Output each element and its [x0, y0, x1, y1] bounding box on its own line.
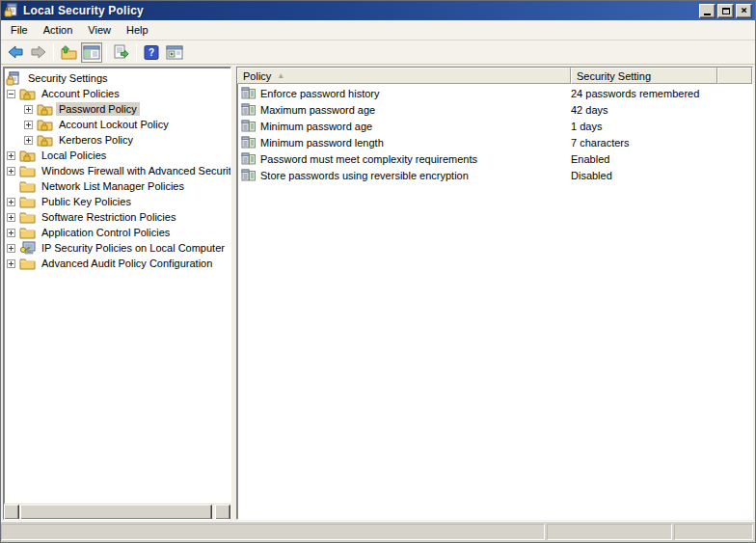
- expand-toggle[interactable]: [24, 121, 33, 129]
- tree-item-label: Advanced Audit Policy Configuration: [39, 257, 215, 270]
- tree-item-label: Password Policy: [56, 102, 140, 116]
- policy-name: Password must meet complexity requiremen…: [258, 153, 569, 165]
- expand-toggle[interactable]: [7, 198, 15, 206]
- maximize-button[interactable]: [717, 4, 734, 18]
- toolbar: ?: [1, 41, 755, 65]
- tree-item[interactable]: IP Security Policies on Local Computer: [4, 240, 230, 256]
- table-row[interactable]: Password must meet complexity requiremen…: [237, 150, 752, 167]
- policy-icon: [241, 103, 256, 116]
- tree-item[interactable]: Kerberos Policy: [4, 132, 230, 148]
- up-one-level-button[interactable]: [58, 42, 79, 63]
- menu-action[interactable]: Action: [36, 21, 81, 39]
- column-header-label: Security Setting: [577, 70, 651, 82]
- tree-item-label: Security Settings: [25, 71, 111, 85]
- forward-arrow-icon: [30, 44, 47, 60]
- close-button[interactable]: ×: [736, 4, 752, 18]
- menu-file[interactable]: File: [3, 21, 36, 39]
- action-pane-icon: [166, 45, 183, 60]
- show-console-tree-button[interactable]: [81, 42, 102, 63]
- back-arrow-icon: [7, 44, 24, 60]
- status-segment: [547, 524, 672, 540]
- status-segment: [674, 524, 753, 540]
- policy-name: Store passwords using reversible encrypt…: [258, 170, 569, 181]
- help-button[interactable]: ?: [141, 42, 162, 63]
- titlebar[interactable]: Local Security Policy ×: [1, 1, 755, 20]
- export-list-icon: [113, 44, 130, 60]
- security-setting-value: Enabled: [569, 153, 716, 165]
- security-setting-value: 1 days: [569, 121, 716, 132]
- tree-item[interactable]: Windows Firewall with Advanced Security: [4, 163, 230, 178]
- local-security-policy-window: Local Security Policy × FileActionViewHe…: [0, 0, 756, 543]
- tree-item[interactable]: Account Lockout Policy: [4, 117, 230, 132]
- policy-icon: [241, 87, 256, 99]
- tree-item[interactable]: Security Settings: [4, 70, 230, 86]
- column-header-policy[interactable]: Policy▲: [237, 68, 571, 84]
- export-list-button[interactable]: [111, 42, 132, 63]
- toolbar-separator: [136, 43, 137, 61]
- window-title: Local Security Policy: [23, 4, 697, 17]
- policy-name: Minimum password length: [258, 137, 569, 149]
- scroll-left-button[interactable]: [4, 504, 19, 520]
- main-area: Security SettingsAccount PoliciesPasswor…: [1, 65, 755, 521]
- back-button[interactable]: [5, 42, 26, 63]
- table-row[interactable]: Store passwords using reversible encrypt…: [237, 167, 752, 183]
- column-header-label: Policy: [243, 70, 271, 82]
- policy-list-pane: Policy▲Security Setting Enforce password…: [236, 67, 753, 520]
- menu-view[interactable]: View: [80, 21, 119, 39]
- folder-icon: [19, 210, 36, 224]
- statusbar: [1, 521, 755, 542]
- forward-button[interactable]: [28, 42, 49, 63]
- table-row[interactable]: Enforce password history24 passwords rem…: [237, 85, 752, 101]
- expand-toggle[interactable]: [24, 105, 33, 114]
- policy-name: Maximum password age: [258, 104, 569, 116]
- tree-item[interactable]: Network List Manager Policies: [4, 178, 230, 194]
- tree-item[interactable]: Password Policy: [4, 101, 230, 117]
- tree-item[interactable]: Local Policies: [4, 148, 230, 163]
- table-row[interactable]: Maximum password age42 days: [237, 101, 752, 118]
- table-row[interactable]: Minimum password age1 days: [237, 118, 752, 134]
- expand-toggle[interactable]: [24, 136, 33, 145]
- folder-lock-icon: [37, 102, 53, 116]
- scroll-right-button[interactable]: [215, 504, 230, 520]
- right-arrow-icon: [222, 509, 228, 515]
- minimize-button[interactable]: [699, 4, 716, 18]
- expand-toggle[interactable]: [7, 244, 15, 253]
- expand-toggle[interactable]: [7, 151, 15, 160]
- left-arrow-icon: [8, 509, 14, 515]
- tree-item[interactable]: Application Control Policies: [4, 225, 230, 240]
- folder-icon: [19, 195, 36, 208]
- folder-icon: [19, 257, 36, 270]
- policy-icon: [241, 152, 256, 165]
- minimize-icon: [704, 14, 711, 15]
- menu-help[interactable]: Help: [119, 21, 156, 39]
- status-segment: [1, 524, 545, 540]
- expand-toggle[interactable]: [7, 167, 15, 176]
- column-header-security-setting[interactable]: Security Setting: [571, 68, 717, 84]
- policy-name: Minimum password age: [258, 121, 569, 132]
- collapse-toggle[interactable]: [7, 90, 15, 98]
- tree-item[interactable]: Public Key Policies: [4, 194, 230, 209]
- table-row[interactable]: Minimum password length7 characters: [237, 134, 752, 150]
- tree-item[interactable]: Advanced Audit Policy Configuration: [4, 256, 230, 271]
- svg-text:?: ?: [148, 47, 154, 58]
- up-folder-icon: [60, 45, 77, 60]
- tree-item-label: Account Lockout Policy: [56, 118, 172, 131]
- security-setting-value: Disabled: [569, 170, 716, 181]
- tree-item-label: Software Restriction Policies: [39, 210, 178, 224]
- expand-toggle[interactable]: [7, 259, 15, 268]
- show-action-pane-button[interactable]: [164, 42, 185, 63]
- list-header: Policy▲Security Setting: [237, 68, 752, 84]
- policy-list: Enforce password history24 passwords rem…: [237, 84, 752, 519]
- tree: Security SettingsAccount PoliciesPasswor…: [4, 68, 230, 503]
- tree-item-label: Local Policies: [39, 149, 109, 162]
- scrollbar-thumb[interactable]: [20, 504, 212, 520]
- expand-toggle[interactable]: [7, 229, 15, 237]
- policy-icon: [241, 120, 256, 132]
- tree-item[interactable]: Account Policies: [4, 86, 230, 101]
- tree-horizontal-scrollbar[interactable]: [4, 503, 230, 519]
- tree-item-label: Kerberos Policy: [56, 133, 136, 147]
- policy-icon: [241, 169, 256, 181]
- tree-item[interactable]: Software Restriction Policies: [4, 209, 230, 225]
- expand-toggle[interactable]: [7, 213, 15, 222]
- security-setting-value: 7 characters: [569, 137, 716, 149]
